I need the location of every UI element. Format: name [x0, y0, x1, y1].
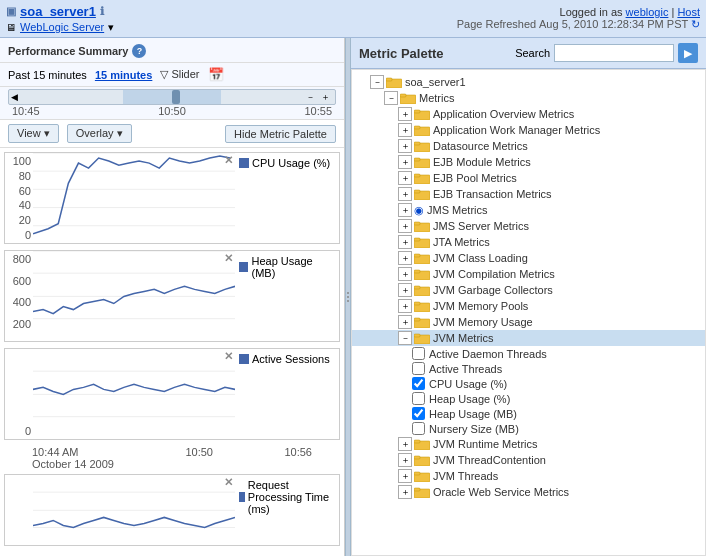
logged-in-label: Logged in as: [560, 6, 623, 18]
slider-minus-btn[interactable]: －: [306, 91, 315, 104]
heap-chart-wrapper: 800 600 400 200: [4, 250, 340, 342]
slider-plus-btn[interactable]: ＋: [321, 91, 330, 104]
request-chart: ✕ Request Processing Time (ms): [4, 474, 340, 546]
ejb-pool-toggle[interactable]: ＋: [398, 171, 412, 185]
cpu-svg: [33, 153, 235, 243]
slider-toggle[interactable]: ▽ Slider: [160, 68, 199, 81]
calendar-icon[interactable]: 📅: [208, 67, 224, 82]
weblogic-link[interactable]: WebLogic Server: [20, 21, 104, 33]
help-icon[interactable]: ?: [132, 44, 146, 58]
host-label[interactable]: Host: [677, 6, 700, 18]
tree-ejb-module[interactable]: ＋ EJB Module Metrics: [352, 154, 705, 170]
metrics-toggle[interactable]: －: [384, 91, 398, 105]
tree-app-work[interactable]: ＋ Application Work Manager Metrics: [352, 122, 705, 138]
app-overview-toggle[interactable]: ＋: [398, 107, 412, 121]
cb-heap-mb[interactable]: Heap Usage (MB): [352, 406, 705, 421]
tree-root[interactable]: － soa_server1: [352, 74, 705, 90]
time-slider[interactable]: ◀ － ＋: [8, 89, 336, 105]
root-toggle[interactable]: －: [370, 75, 384, 89]
tree-oracle-ws[interactable]: ＋ Oracle Web Service Metrics: [352, 484, 705, 500]
jvm-memory-pools-toggle[interactable]: ＋: [398, 299, 412, 313]
cb-heap-percent-input[interactable]: [412, 392, 425, 405]
svg-rect-36: [414, 222, 420, 225]
jvm-threads-toggle[interactable]: ＋: [398, 469, 412, 483]
tree-app-overview[interactable]: ＋ Application Overview Metrics: [352, 106, 705, 122]
oracle-ws-toggle[interactable]: ＋: [398, 485, 412, 499]
datasource-toggle[interactable]: ＋: [398, 139, 412, 153]
tree-jvm-compilation[interactable]: ＋ JVM Compilation Metrics: [352, 266, 705, 282]
ejb-transaction-toggle[interactable]: ＋: [398, 187, 412, 201]
jvm-thread-contention-toggle[interactable]: ＋: [398, 453, 412, 467]
dropdown-icon[interactable]: ▾: [108, 21, 114, 34]
page-refreshed-label: Page Refreshed: [457, 18, 537, 30]
tree-ejb-transaction[interactable]: ＋ EJB Transaction Metrics: [352, 186, 705, 202]
tree-jvm-runtime[interactable]: ＋ JVM Runtime Metrics: [352, 436, 705, 452]
svg-rect-34: [414, 190, 420, 193]
info-icon[interactable]: ℹ: [100, 5, 104, 18]
tree-jvm-thread-contention[interactable]: ＋ JVM ThreadContention: [352, 452, 705, 468]
jms-server-folder-icon: [414, 220, 430, 232]
time-link[interactable]: 15 minutes: [95, 69, 152, 81]
cb-cpu-usage-input[interactable]: [412, 377, 425, 390]
cb-active-threads-input[interactable]: [412, 362, 425, 375]
ejb-module-label: EJB Module Metrics: [433, 156, 531, 168]
jvm-runtime-toggle[interactable]: ＋: [398, 437, 412, 451]
svg-rect-44: [414, 286, 420, 289]
tree-metrics[interactable]: － Metrics: [352, 90, 705, 106]
username[interactable]: weblogic: [626, 6, 669, 18]
search-area: Search ▶: [515, 43, 698, 63]
left-panel: Performance Summary ? Past 15 minutes 15…: [0, 38, 345, 556]
cb-nursery[interactable]: Nursery Size (MB): [352, 421, 705, 436]
server-name[interactable]: soa_server1: [20, 4, 96, 19]
jms-server-toggle[interactable]: ＋: [398, 219, 412, 233]
request-chart-close[interactable]: ✕: [224, 477, 233, 488]
cb-cpu-usage[interactable]: CPU Usage (%): [352, 376, 705, 391]
cpu-chart-wrapper: 100 80 60 40 20 0: [4, 152, 340, 244]
root-folder-icon: [386, 76, 402, 88]
ejb-module-toggle[interactable]: ＋: [398, 155, 412, 169]
request-svg: [33, 475, 235, 545]
jta-toggle[interactable]: ＋: [398, 235, 412, 249]
oracle-ws-label: Oracle Web Service Metrics: [433, 486, 569, 498]
perf-summary-title: Performance Summary: [8, 45, 128, 57]
jvm-compilation-toggle[interactable]: ＋: [398, 267, 412, 281]
tree-jvm-memory-pools[interactable]: ＋ JVM Memory Pools: [352, 298, 705, 314]
jms-eye-icon: ◉: [414, 204, 424, 217]
sessions-chart-close[interactable]: ✕: [224, 351, 233, 362]
search-button[interactable]: ▶: [678, 43, 698, 63]
jvm-gc-toggle[interactable]: ＋: [398, 283, 412, 297]
tree-ejb-pool[interactable]: ＋ EJB Pool Metrics: [352, 170, 705, 186]
refresh-icon[interactable]: ↻: [691, 18, 700, 30]
cb-active-daemon-input[interactable]: [412, 347, 425, 360]
jvm-class-toggle[interactable]: ＋: [398, 251, 412, 265]
cb-active-threads[interactable]: Active Threads: [352, 361, 705, 376]
overlay-button[interactable]: Overlay ▾: [67, 124, 132, 143]
jvm-metrics-toggle[interactable]: －: [398, 331, 412, 345]
tree-jms-server[interactable]: ＋ JMS Server Metrics: [352, 218, 705, 234]
heap-chart-close[interactable]: ✕: [224, 253, 233, 264]
tree-jta[interactable]: ＋ JTA Metrics: [352, 234, 705, 250]
tree-jvm-class[interactable]: ＋ JVM Class Loading: [352, 250, 705, 266]
tree-jvm-threads[interactable]: ＋ JVM Threads: [352, 468, 705, 484]
hide-palette-button[interactable]: Hide Metric Palette: [225, 125, 336, 143]
cb-heap-percent[interactable]: Heap Usage (%): [352, 391, 705, 406]
search-input[interactable]: [554, 44, 674, 62]
jms-toggle[interactable]: ＋: [398, 203, 412, 217]
app-work-toggle[interactable]: ＋: [398, 123, 412, 137]
cb-nursery-input[interactable]: [412, 422, 425, 435]
app-work-label: Application Work Manager Metrics: [433, 124, 600, 136]
tree-jvm-metrics[interactable]: － JVM Metrics: [352, 330, 705, 346]
slider-left-btn[interactable]: ◀: [11, 92, 18, 102]
cpu-chart-close[interactable]: ✕: [224, 155, 233, 166]
tree-jms[interactable]: ＋ ◉ JMS Metrics: [352, 202, 705, 218]
cb-heap-mb-input[interactable]: [412, 407, 425, 420]
tree-jvm-gc[interactable]: ＋ JVM Garbage Collectors: [352, 282, 705, 298]
tree-jvm-memory-usage[interactable]: ＋ JVM Memory Usage: [352, 314, 705, 330]
jvm-threads-folder-icon: [414, 470, 430, 482]
jvm-memory-usage-toggle[interactable]: ＋: [398, 315, 412, 329]
view-button[interactable]: View ▾: [8, 124, 59, 143]
user-info: Logged in as weblogic | Host Page Refres…: [457, 6, 700, 31]
tree-datasource[interactable]: ＋ Datasource Metrics: [352, 138, 705, 154]
cb-active-daemon[interactable]: Active Daemon Threads: [352, 346, 705, 361]
right-panel: Metric Palette Search ▶ － soa_server1 －: [351, 38, 706, 556]
